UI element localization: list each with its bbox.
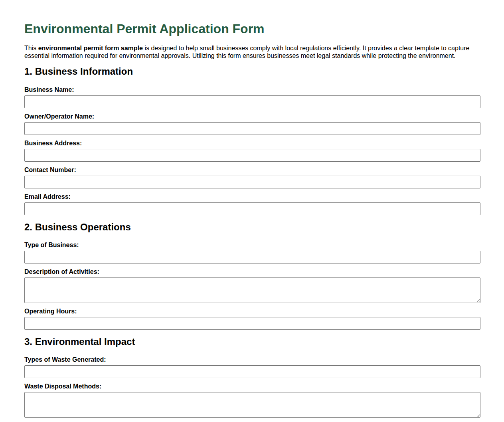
field-label-waste-disposal-methods: Waste Disposal Methods:: [24, 383, 480, 390]
field-label-email-address: Email Address:: [24, 193, 480, 200]
description-of-activities-textarea[interactable]: [24, 277, 480, 303]
types-of-waste-generated-input[interactable]: [24, 365, 480, 378]
section-heading-environmental-impact: 3. Environmental Impact: [24, 337, 480, 347]
section-heading-business-information: 1. Business Information: [24, 66, 480, 77]
intro-text-bold: environmental permit form sample: [38, 45, 143, 52]
page-title: Environmental Permit Application Form: [24, 22, 480, 36]
email-address-input[interactable]: [24, 202, 480, 215]
type-of-business-input[interactable]: [24, 251, 480, 264]
field-label-business-name: Business Name:: [24, 86, 480, 93]
field-label-type-of-business: Type of Business:: [24, 242, 480, 249]
intro-paragraph: This environmental permit form sample is…: [24, 44, 480, 59]
contact-number-input[interactable]: [24, 176, 480, 188]
field-label-business-address: Business Address:: [24, 140, 480, 147]
intro-text-prefix: This: [24, 45, 38, 52]
field-label-description-of-activities: Description of Activities:: [24, 268, 480, 275]
section-heading-business-operations: 2. Business Operations: [24, 222, 480, 232]
section-environmental-impact: 3. Environmental Impact Types of Waste G…: [24, 337, 480, 418]
field-label-owner-operator-name: Owner/Operator Name:: [24, 113, 480, 120]
operating-hours-input[interactable]: [24, 317, 480, 330]
business-name-input[interactable]: [24, 95, 480, 108]
section-business-operations: 2. Business Operations Type of Business:…: [24, 222, 480, 330]
field-label-contact-number: Contact Number:: [24, 166, 480, 174]
waste-disposal-methods-textarea[interactable]: [24, 392, 480, 418]
permit-application-page: Environmental Permit Application Form Th…: [0, 0, 504, 418]
field-label-types-of-waste-generated: Types of Waste Generated:: [24, 356, 480, 363]
section-business-information: 1. Business Information Business Name: O…: [24, 66, 480, 215]
field-label-operating-hours: Operating Hours:: [24, 308, 480, 315]
owner-operator-name-input[interactable]: [24, 122, 480, 135]
business-address-input[interactable]: [24, 149, 480, 162]
